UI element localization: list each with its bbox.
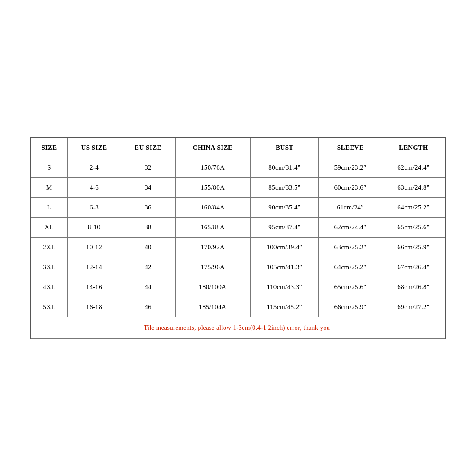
table-row: M4-634155/80A85cm/33.5″60cm/23.6″63cm/24… xyxy=(31,177,445,197)
column-header: BUST xyxy=(250,138,319,158)
table-cell: 46 xyxy=(121,297,175,317)
table-cell: 12-14 xyxy=(68,257,121,277)
notice-text: Tile measurements, please allow 1-3cm(0.… xyxy=(31,317,445,338)
table-cell: 4XL xyxy=(31,277,68,297)
table-cell: 68cm/26.8″ xyxy=(382,277,445,297)
table-cell: 40 xyxy=(121,237,175,257)
table-cell: 42 xyxy=(121,257,175,277)
table-cell: 10-12 xyxy=(68,237,121,257)
table-cell: 60cm/23.6″ xyxy=(319,177,382,197)
table-cell: 2XL xyxy=(31,237,68,257)
table-cell: 175/96A xyxy=(175,257,250,277)
table-header-row: SIZEUS SIZEEU SIZECHINA SIZEBUSTSLEEVELE… xyxy=(31,138,445,158)
table-cell: 61cm/24″ xyxy=(319,197,382,217)
table-cell: 16-18 xyxy=(68,297,121,317)
table-cell: 90cm/35.4″ xyxy=(250,197,319,217)
table-cell: 5XL xyxy=(31,297,68,317)
table-cell: 6-8 xyxy=(68,197,121,217)
table-cell: 44 xyxy=(121,277,175,297)
table-cell: M xyxy=(31,177,68,197)
column-header: LENGTH xyxy=(382,138,445,158)
column-header: US SIZE xyxy=(68,138,121,158)
table-row: 4XL14-1644180/100A110cm/43.3″65cm/25.6″6… xyxy=(31,277,445,297)
table-cell: 65cm/25.6″ xyxy=(382,217,445,237)
table-row: 2XL10-1240170/92A100cm/39.4″63cm/25.2″66… xyxy=(31,237,445,257)
table-cell: 110cm/43.3″ xyxy=(250,277,319,297)
table-cell: 165/88A xyxy=(175,217,250,237)
table-cell: 65cm/25.6″ xyxy=(319,277,382,297)
table-cell: 4-6 xyxy=(68,177,121,197)
table-cell: 66cm/25.9″ xyxy=(382,237,445,257)
table-cell: 2-4 xyxy=(68,158,121,177)
table-cell: 36 xyxy=(121,197,175,217)
table-cell: 32 xyxy=(121,158,175,177)
size-chart-table: SIZEUS SIZEEU SIZECHINA SIZEBUSTSLEEVELE… xyxy=(31,138,445,339)
table-cell: 38 xyxy=(121,217,175,237)
table-cell: 80cm/31.4″ xyxy=(250,158,319,177)
table-cell: 115cm/45.2″ xyxy=(250,297,319,317)
table-cell: 185/104A xyxy=(175,297,250,317)
table-cell: XL xyxy=(31,217,68,237)
table-cell: 64cm/25.2″ xyxy=(382,197,445,217)
table-cell: 14-16 xyxy=(68,277,121,297)
table-cell: 155/80A xyxy=(175,177,250,197)
table-cell: 69cm/27.2″ xyxy=(382,297,445,317)
table-cell: 95cm/37.4″ xyxy=(250,217,319,237)
table-cell: 85cm/33.5″ xyxy=(250,177,319,197)
table-cell: 34 xyxy=(121,177,175,197)
table-cell: 63cm/25.2″ xyxy=(319,237,382,257)
table-cell: 62cm/24.4″ xyxy=(319,217,382,237)
table-row: 5XL16-1846185/104A115cm/45.2″66cm/25.9″6… xyxy=(31,297,445,317)
table-cell: 64cm/25.2″ xyxy=(319,257,382,277)
column-header: SIZE xyxy=(31,138,68,158)
table-cell: 105cm/41.3″ xyxy=(250,257,319,277)
table-cell: 3XL xyxy=(31,257,68,277)
table-cell: 160/84A xyxy=(175,197,250,217)
table-row: 3XL12-1442175/96A105cm/41.3″64cm/25.2″67… xyxy=(31,257,445,277)
table-cell: 170/92A xyxy=(175,237,250,257)
column-header: SLEEVE xyxy=(319,138,382,158)
table-cell: 180/100A xyxy=(175,277,250,297)
table-cell: 63cm/24.8″ xyxy=(382,177,445,197)
size-chart-container: SIZEUS SIZEEU SIZECHINA SIZEBUSTSLEEVELE… xyxy=(30,137,446,339)
table-cell: 59cm/23.2″ xyxy=(319,158,382,177)
table-cell: 100cm/39.4″ xyxy=(250,237,319,257)
table-cell: 62cm/24.4″ xyxy=(382,158,445,177)
table-row: S2-432150/76A80cm/31.4″59cm/23.2″62cm/24… xyxy=(31,158,445,177)
column-header: EU SIZE xyxy=(121,138,175,158)
notice-row: Tile measurements, please allow 1-3cm(0.… xyxy=(31,317,445,338)
table-row: L6-836160/84A90cm/35.4″61cm/24″64cm/25.2… xyxy=(31,197,445,217)
column-header: CHINA SIZE xyxy=(175,138,250,158)
table-cell: S xyxy=(31,158,68,177)
table-cell: 150/76A xyxy=(175,158,250,177)
table-cell: 67cm/26.4″ xyxy=(382,257,445,277)
table-row: XL8-1038165/88A95cm/37.4″62cm/24.4″65cm/… xyxy=(31,217,445,237)
table-cell: 8-10 xyxy=(68,217,121,237)
table-cell: L xyxy=(31,197,68,217)
table-cell: 66cm/25.9″ xyxy=(319,297,382,317)
